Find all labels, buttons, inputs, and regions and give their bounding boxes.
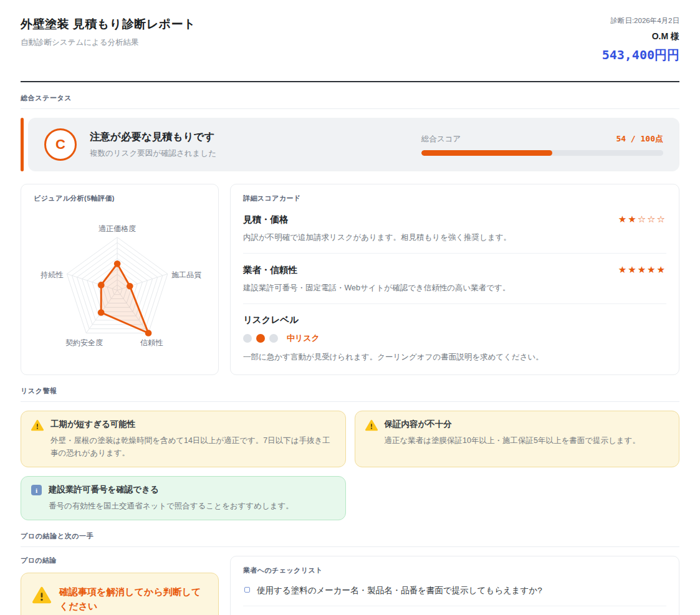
customer-name: O.M 様: [602, 31, 679, 42]
section-divider: [21, 546, 679, 547]
info-desc: 番号の有効性を国土交通省ネットで照合することをおすすめします。: [49, 500, 294, 512]
report-header: 外壁塗装 見積もり診断レポート 自動診断システムによる分析結果 診断日:2026…: [21, 16, 679, 82]
svg-text:施工品質: 施工品質: [171, 270, 201, 279]
conclusion-label: プロの結論: [21, 556, 219, 565]
risk-dot-low: [243, 334, 252, 343]
status-subtitle: 複数のリスク要因が確認されました: [90, 148, 216, 159]
checklist-checkbox[interactable]: [244, 587, 250, 593]
star-rating: ★★★★★: [618, 264, 666, 275]
score-progress-fill: [421, 150, 552, 156]
score-item-title: 見積・価格: [243, 214, 289, 226]
checklist-item: コーキングは「打ち増し」ですか「打ち替え」ですか?打ち替えは可能ですか?: [243, 606, 666, 615]
checklist-card: 業者へのチェックリスト 使用する塗料のメーカー名・製品名・品番を書面で提示しても…: [230, 556, 679, 615]
estimate-price: 543,400円円: [602, 47, 679, 64]
svg-text:信頼性: 信頼性: [140, 338, 163, 347]
radar-chart: 適正価格度施工品質信頼性契約安全度持続性: [34, 209, 206, 365]
section-label-status: 総合ステータス: [21, 93, 679, 103]
radar-card-label: ビジュアル分析(5軸評価): [34, 194, 206, 203]
page-subtitle: 自動診断システムによる分析結果: [21, 37, 196, 48]
risk-level-title: リスクレベル: [243, 314, 666, 326]
info-icon: i: [31, 485, 42, 495]
radar-card: ビジュアル分析(5軸評価) 適正価格度施工品質信頼性契約安全度持続性: [21, 184, 219, 375]
section-divider: [21, 401, 679, 402]
warning-body: 工期が短すぎる可能性 外壁・屋根の塗装は乾燥時間を含めて14日以上が適正です。7…: [50, 419, 335, 459]
conclusion-card: 確認事項を解消してから判断してください 気になる点はあるものの確認次第で判断でき…: [21, 573, 219, 615]
conclusion-row: プロの結論 確認事項を解消してから判断してください 気になる点はあるものの確認次…: [21, 556, 679, 615]
warning-card-schedule: 工期が短すぎる可能性 外壁・屋根の塗装は乾燥時間を含めて14日以上が適正です。7…: [21, 411, 346, 467]
score-item-title: 業者・信頼性: [243, 264, 297, 276]
svg-text:契約安全度: 契約安全度: [65, 338, 103, 347]
score-item-desc: 内訳が不明確で追加請求リスクがあります。相見積もりを強く推奨します。: [243, 231, 666, 244]
alert-grid: 工期が短すぎる可能性 外壁・屋根の塗装は乾燥時間を含めて14日以上が適正です。7…: [21, 411, 679, 520]
score-value: 54 / 100点: [616, 133, 663, 145]
info-card-license: i 建設業許可番号を確認できる 番号の有効性を国土交通省ネットで照合することをお…: [21, 476, 346, 520]
score-item-head: 見積・価格 ★★☆☆☆: [243, 214, 666, 226]
status-card: C 注意が必要な見積もりです 複数のリスク要因が確認されました 総合スコア 54…: [28, 118, 679, 171]
score-line: 総合スコア 54 / 100点: [421, 133, 663, 145]
detail-score-card: 詳細スコアカード 見積・価格 ★★☆☆☆ 内訳が不明確で追加請求リスクがあります…: [230, 184, 679, 375]
score-item-price: 見積・価格 ★★☆☆☆ 内訳が不明確で追加請求リスクがあります。相見積もりを強く…: [243, 203, 666, 254]
conclusion-body: 確認事項を解消してから判断してください 気になる点はあるものの確認次第で判断でき…: [59, 584, 207, 615]
svg-text:持続性: 持続性: [40, 270, 64, 279]
svg-text:適正価格度: 適正価格度: [98, 224, 136, 233]
risk-dots: 中リスク: [243, 333, 666, 344]
risk-dot-mid: [256, 334, 265, 343]
section-divider: [21, 108, 679, 109]
risk-level-block: リスクレベル 中リスク 一部に急かす言動が見受けられます。クーリングオフの書面説…: [243, 304, 666, 363]
diagnosis-date: 診断日:2026年4月2日: [602, 16, 679, 26]
status-accent-bar: [21, 118, 24, 171]
info-title: 建設業許可番号を確認できる: [49, 484, 294, 495]
section-label-alerts: リスク警報: [21, 386, 679, 396]
analysis-cards-row: ビジュアル分析(5軸評価) 適正価格度施工品質信頼性契約安全度持続性 詳細スコア…: [21, 184, 679, 375]
warning-triangle-icon: [32, 586, 51, 604]
conclusion-column: プロの結論 確認事項を解消してから判断してください 気になる点はあるものの確認次…: [21, 556, 219, 615]
risk-level-desc: 一部に急かす言動が見受けられます。クーリングオフの書面説明を求めてください。: [243, 351, 666, 363]
status-card-row: C 注意が必要な見積もりです 複数のリスク要因が確認されました 総合スコア 54…: [21, 118, 679, 171]
grade-badge: C: [44, 128, 77, 161]
warning-triangle-icon: [365, 419, 378, 431]
status-title: 注意が必要な見積もりです: [90, 130, 216, 144]
price-amount: 543,400: [602, 47, 654, 62]
warning-title: 保証内容が不十分: [385, 419, 640, 430]
info-body: 建設業許可番号を確認できる 番号の有効性を国土交通省ネットで照合することをおすす…: [49, 484, 294, 512]
warning-desc: 外壁・屋根の塗装は乾燥時間を含めて14日以上が適正です。7日以下は手抜き工事の恐…: [50, 434, 335, 459]
score-progress-track: [421, 150, 663, 156]
price-unit: 円円: [654, 48, 679, 62]
score-block: 総合スコア 54 / 100点: [421, 133, 663, 156]
score-label: 総合スコア: [421, 134, 461, 145]
checklist-label: 業者へのチェックリスト: [243, 566, 666, 575]
header-left: 外壁塗装 見積もり診断レポート 自動診断システムによる分析結果: [21, 16, 196, 48]
checklist-text: 使用する塗料のメーカー名・製品名・品番を書面で提示してもらえますか?: [257, 584, 542, 597]
conclusion-title: 確認事項を解消してから判断してください: [59, 584, 207, 614]
page-title: 外壁塗装 見積もり診断レポート: [21, 16, 196, 32]
radar-chart-wrap: 適正価格度施工品質信頼性契約安全度持続性: [34, 209, 206, 365]
score-item-vendor: 業者・信頼性 ★★★★★ 建設業許可番号・固定電話・Webサイトが確認でき信頼性…: [243, 254, 666, 304]
section-label-conclusion: プロの結論と次の一手: [21, 532, 679, 541]
warning-body: 保証内容が不十分 適正な業者は塗膜保証10年以上・施工保証5年以上を書面で提示し…: [385, 419, 640, 447]
warning-title: 工期が短すぎる可能性: [50, 419, 335, 430]
detail-card-label: 詳細スコアカード: [243, 194, 666, 203]
status-text: 注意が必要な見積もりです 複数のリスク要因が確認されました: [90, 130, 216, 159]
warning-triangle-icon: [31, 419, 44, 431]
warning-desc: 適正な業者は塗膜保証10年以上・施工保証5年以上を書面で提示します。: [385, 434, 640, 447]
risk-dot-high: [269, 334, 278, 343]
risk-level-value: 中リスク: [287, 333, 320, 344]
report-page: 外壁塗装 見積もり診断レポート 自動診断システムによる分析結果 診断日:2026…: [0, 0, 700, 615]
warning-card-warranty: 保証内容が不十分 適正な業者は塗膜保証10年以上・施工保証5年以上を書面で提示し…: [355, 411, 680, 467]
checklist-item: 使用する塗料のメーカー名・製品名・品番を書面で提示してもらえますか?: [243, 575, 666, 606]
header-right: 診断日:2026年4月2日 O.M 様 543,400円円: [602, 16, 679, 64]
score-item-head: 業者・信頼性 ★★★★★: [243, 264, 666, 276]
star-rating: ★★☆☆☆: [618, 214, 666, 225]
score-item-desc: 建設業許可番号・固定電話・Webサイトが確認でき信頼性の高い業者です。: [243, 282, 666, 294]
